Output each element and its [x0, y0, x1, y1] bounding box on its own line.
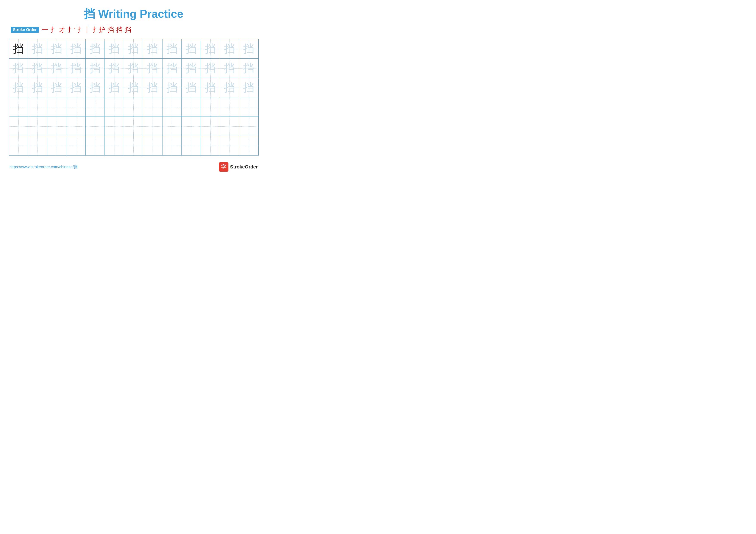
- grid-cell[interactable]: 挡: [67, 39, 86, 58]
- grid-cell[interactable]: 挡: [124, 78, 143, 97]
- grid-cell[interactable]: 挡: [220, 78, 239, 97]
- stroke-7: 挡: [108, 25, 114, 34]
- grid-cell[interactable]: 挡: [143, 39, 162, 58]
- stroke-3: 才: [59, 25, 66, 34]
- grid-cell[interactable]: 挡: [220, 39, 239, 58]
- grid-cell[interactable]: [201, 117, 220, 136]
- grid-cell[interactable]: [28, 136, 47, 155]
- stroke-order-row: Stroke Order 一 扌 才 扌' 扌丨 扌护 挡 挡 挡: [9, 25, 258, 34]
- grid-cell[interactable]: [182, 117, 201, 136]
- grid-cell[interactable]: 挡: [201, 78, 220, 97]
- grid-cell[interactable]: [9, 117, 28, 136]
- footer-url[interactable]: https://www.strokeorder.com/chinese/挡: [10, 165, 78, 169]
- grid-cell[interactable]: 挡: [201, 39, 220, 58]
- grid-cell[interactable]: 挡: [47, 59, 67, 78]
- grid-cell[interactable]: 挡: [201, 59, 220, 78]
- grid-cell[interactable]: [86, 97, 105, 116]
- grid-cell[interactable]: [67, 136, 86, 155]
- grid-cell[interactable]: 挡: [47, 39, 67, 58]
- grid-cell[interactable]: [124, 97, 143, 116]
- grid-cell[interactable]: [86, 136, 105, 155]
- grid-cell[interactable]: [9, 97, 28, 116]
- grid-cell[interactable]: [201, 97, 220, 116]
- grid-row-3: 挡 挡 挡 挡 挡 挡 挡 挡 挡 挡 挡 挡 挡: [9, 78, 258, 97]
- grid-cell[interactable]: [239, 97, 258, 116]
- logo-text: StrokeOrder: [230, 164, 258, 170]
- grid-cell[interactable]: [182, 136, 201, 155]
- grid-cell[interactable]: 挡: [86, 39, 105, 58]
- grid-cell[interactable]: 挡: [143, 59, 162, 78]
- grid-cell[interactable]: 挡: [239, 78, 258, 97]
- grid-row-1: 挡 挡 挡 挡 挡 挡 挡 挡 挡 挡 挡 挡 挡: [9, 39, 258, 59]
- stroke-5: 扌丨: [77, 25, 90, 34]
- grid-cell[interactable]: [162, 97, 182, 116]
- grid-cell[interactable]: [201, 136, 220, 155]
- grid-cell[interactable]: 挡: [9, 59, 28, 78]
- grid-cell[interactable]: [220, 117, 239, 136]
- grid-cell[interactable]: 挡: [28, 39, 47, 58]
- footer-logo: 字 StrokeOrder: [219, 162, 258, 172]
- grid-cell[interactable]: [9, 136, 28, 155]
- grid-cell[interactable]: [47, 136, 67, 155]
- grid-row-4: [9, 97, 258, 117]
- grid-cell[interactable]: 挡: [105, 59, 124, 78]
- stroke-chars: 一 扌 才 扌' 扌丨 扌护 挡 挡 挡: [42, 25, 131, 34]
- grid-cell[interactable]: [220, 136, 239, 155]
- grid-cell[interactable]: 挡: [47, 78, 67, 97]
- grid-cell[interactable]: 挡: [182, 59, 201, 78]
- grid-cell[interactable]: 挡: [143, 78, 162, 97]
- grid-cell[interactable]: [47, 117, 67, 136]
- grid-cell[interactable]: [47, 97, 67, 116]
- grid-cell[interactable]: [86, 117, 105, 136]
- grid-cell[interactable]: [162, 136, 182, 155]
- grid-cell[interactable]: 挡: [67, 59, 86, 78]
- grid-row-2: 挡 挡 挡 挡 挡 挡 挡 挡 挡 挡 挡 挡 挡: [9, 59, 258, 78]
- logo-icon: 字: [219, 162, 229, 172]
- grid-cell[interactable]: 挡: [239, 39, 258, 58]
- grid-cell[interactable]: [28, 97, 47, 116]
- grid-cell[interactable]: 挡: [124, 39, 143, 58]
- grid-cell[interactable]: 挡: [162, 78, 182, 97]
- grid-cell[interactable]: [67, 117, 86, 136]
- stroke-order-badge: Stroke Order: [11, 27, 39, 33]
- grid-cell[interactable]: 挡: [86, 59, 105, 78]
- grid-cell[interactable]: 挡: [182, 39, 201, 58]
- grid-cell[interactable]: 挡: [162, 39, 182, 58]
- grid-cell[interactable]: [239, 136, 258, 155]
- page-title: 挡 Writing Practice: [9, 7, 258, 21]
- grid-cell[interactable]: 挡: [67, 78, 86, 97]
- grid-cell[interactable]: 挡: [28, 78, 47, 97]
- grid-cell[interactable]: [124, 136, 143, 155]
- grid-cell[interactable]: [143, 117, 162, 136]
- stroke-9: 挡: [125, 25, 131, 34]
- grid-cell[interactable]: 挡: [9, 39, 28, 58]
- grid-cell[interactable]: [105, 136, 124, 155]
- grid-cell[interactable]: [124, 117, 143, 136]
- grid-cell[interactable]: 挡: [86, 78, 105, 97]
- grid-cell[interactable]: 挡: [105, 78, 124, 97]
- grid-cell[interactable]: 挡: [220, 59, 239, 78]
- grid-cell[interactable]: [239, 117, 258, 136]
- grid-cell[interactable]: 挡: [28, 59, 47, 78]
- grid-row-6: [9, 136, 258, 155]
- grid-cell[interactable]: [162, 117, 182, 136]
- grid-cell[interactable]: [182, 97, 201, 116]
- grid-cell[interactable]: 挡: [124, 59, 143, 78]
- grid-cell[interactable]: [143, 97, 162, 116]
- grid-cell[interactable]: 挡: [239, 59, 258, 78]
- grid-cell[interactable]: 挡: [9, 78, 28, 97]
- grid-cell[interactable]: [220, 97, 239, 116]
- stroke-8: 挡: [116, 25, 122, 34]
- footer: https://www.strokeorder.com/chinese/挡 字 …: [9, 162, 258, 172]
- grid-cell[interactable]: 挡: [182, 78, 201, 97]
- grid-cell[interactable]: [105, 97, 124, 116]
- stroke-2: 扌: [50, 25, 57, 34]
- grid-row-5: [9, 117, 258, 136]
- grid-cell[interactable]: 挡: [105, 39, 124, 58]
- grid-cell[interactable]: [143, 136, 162, 155]
- grid-cell[interactable]: [67, 97, 86, 116]
- grid-cell[interactable]: [28, 117, 47, 136]
- grid-cell[interactable]: 挡: [162, 59, 182, 78]
- stroke-6: 扌护: [93, 25, 105, 34]
- grid-cell[interactable]: [105, 117, 124, 136]
